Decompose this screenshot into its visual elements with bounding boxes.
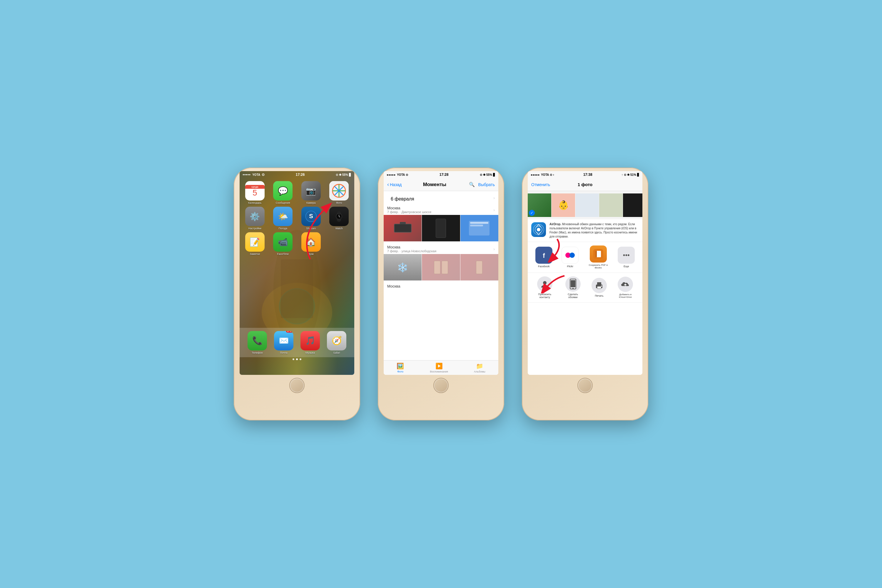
assign-contact-icon: [537, 276, 552, 292]
notes-label: Заметки: [250, 252, 260, 255]
location-header-2[interactable]: Москва 7 февр. · улица Новослободская ›: [384, 243, 498, 254]
app-messages[interactable]: 💬 Сообщения: [270, 181, 296, 204]
photo-strip-2: ❄️: [384, 254, 498, 282]
tab-albums-label: Альбомы: [474, 370, 485, 373]
app-settings[interactable]: ⚙️ Настройки: [242, 207, 268, 230]
app-grid: среда 5 Календарь 💬 Сообщения 📷 Камера: [240, 178, 354, 258]
dock-safari[interactable]: 🧭 Safari: [327, 331, 346, 354]
chevron-loc-2: ›: [494, 247, 495, 251]
action-icloud[interactable]: Добавить в iCloud Drive: [616, 277, 635, 298]
albums-tab-icon: 📁: [476, 363, 483, 369]
mail-dock-label: Почта: [280, 351, 288, 354]
share-photo-4[interactable]: [599, 194, 623, 217]
nav-bar-2: ‹ Назад Моменты 🔍 Выбрать: [384, 178, 498, 191]
airdrop-icon: [531, 222, 546, 237]
chevron-1: ›: [494, 195, 495, 200]
icloud-icon: [618, 277, 633, 292]
app-calendar[interactable]: среда 5 Календарь: [242, 181, 268, 204]
svg-point-37: [601, 285, 602, 286]
svg-text:S: S: [309, 213, 313, 219]
share-title: 1 фото: [578, 182, 593, 187]
photo-iphones-2[interactable]: [460, 254, 498, 280]
iphone-1: ●●●●● YOTA ⊙ 17:26 ⊙ ✱ 55% ▊ среда 5: [234, 168, 360, 420]
home-label: Дом: [308, 252, 314, 255]
app-facetime[interactable]: 📹 FaceTime: [270, 232, 296, 255]
tab-albums[interactable]: 📁 Альбомы: [474, 363, 485, 373]
app-camera[interactable]: 📷 Камера: [298, 181, 324, 204]
battery-1: 55%: [342, 173, 348, 176]
tab-memories[interactable]: ▶️ Воспоминания: [430, 363, 448, 373]
home-button-2[interactable]: [434, 378, 448, 393]
chevron-loc-1: ›: [494, 208, 495, 212]
ibooks-label: Сохранить PDF в iBooks: [588, 264, 609, 269]
app-watch[interactable]: Watch: [326, 207, 352, 230]
search-button-2[interactable]: 🔍: [468, 180, 476, 189]
app-home[interactable]: 🏠 Дом: [298, 232, 324, 255]
airdrop-description: AirDrop. Мгновенный обмен данными с теми…: [549, 222, 639, 239]
facetime-label: FaceTime: [277, 252, 289, 255]
svg-rect-32: [571, 280, 575, 287]
dock-mail[interactable]: ✉️ 25 340 Почта: [274, 331, 293, 354]
tab-photos[interactable]: 🖼️ Фото: [397, 363, 404, 373]
action-assign-contact[interactable]: Присвоить контакту: [535, 276, 554, 299]
actions-row: Присвоить контакту Сделать обоями: [528, 273, 642, 303]
select-button-2[interactable]: Выбрать: [478, 182, 495, 187]
home-button-1[interactable]: [289, 378, 304, 393]
photo-phone-black[interactable]: [422, 215, 460, 242]
safari-dock-label: Safari: [333, 351, 340, 354]
action-print[interactable]: Печать: [591, 278, 607, 297]
photo-vr[interactable]: [384, 215, 422, 242]
share-app-more[interactable]: ••• Еще: [618, 247, 635, 268]
date-header-1[interactable]: 6 февраля ›: [384, 191, 498, 205]
back-button-2[interactable]: ‹ Назад: [387, 182, 402, 188]
location-detail-1: 7 февр. · Дмитровское шоссе: [387, 210, 431, 214]
tab-bar-2: 🖼️ Фото ▶️ Воспоминания 📁 Альбомы: [384, 360, 498, 375]
svg-rect-35: [597, 282, 601, 285]
share-photo-1[interactable]: ✓: [528, 194, 551, 217]
nav-title-2: Моменты: [423, 182, 446, 188]
app-photos[interactable]: Фото: [326, 181, 352, 204]
moments-content: 6 февраля › Москва 7 февр. · Дмитровское…: [384, 191, 498, 360]
wallpaper-icon: [566, 276, 580, 292]
app-notes[interactable]: 📝 Заметки: [242, 232, 268, 255]
airdrop-row: AirDrop. Мгновенный обмен данными с теми…: [531, 222, 639, 239]
home-button-3[interactable]: [578, 378, 593, 393]
moment-date-1: 6 февраля: [387, 193, 418, 203]
photo-snow[interactable]: ❄️: [384, 254, 422, 280]
share-photo-2[interactable]: [552, 194, 575, 217]
app-shazam[interactable]: S Shazam: [298, 207, 324, 230]
iphone-2: ●●●●● YOTA ⊙ 17:28 ⊙ ✱ 55% ▊ ‹ Назад Мом…: [378, 168, 504, 420]
dock-phone[interactable]: 📞 Телефон: [248, 331, 267, 354]
photo-chat[interactable]: [460, 215, 498, 242]
watch-label: Watch: [336, 227, 343, 230]
dot-2: [296, 358, 298, 360]
share-app-flickr[interactable]: Flickr: [561, 247, 579, 268]
screen-1: ●●●●● YOTA ⊙ 17:26 ⊙ ✱ 55% ▊ среда 5: [240, 171, 354, 375]
action-make-wallpaper[interactable]: Сделать обоями: [563, 276, 582, 299]
screen-3: ●●●●● YOTA ⊙ › 17:38 ↑ ⊙ ✱ 51% ▊ Отменит…: [528, 171, 642, 375]
dock-music[interactable]: 🎵 Музыка: [300, 331, 320, 354]
facebook-label: Facebook: [538, 265, 550, 268]
dock: 📞 Телефон ✉️ 25 340 Почта 🎵 Музыка 🧭 Saf…: [240, 328, 354, 357]
location-city-2: Москва: [387, 245, 436, 249]
location-header-3[interactable]: Москва: [384, 282, 498, 290]
location-header-1[interactable]: Москва 7 февр. · Дмитровское шоссе ›: [384, 205, 498, 215]
tab-photos-label: Фото: [397, 370, 404, 373]
time-1: 17:26: [296, 172, 305, 177]
photos-label: Фото: [336, 201, 342, 204]
svg-rect-3: [281, 259, 313, 318]
svg-rect-36: [597, 286, 601, 289]
iphone-3: ●●●●● YOTA ⊙ › 17:38 ↑ ⊙ ✱ 51% ▊ Отменит…: [522, 168, 648, 420]
app-weather[interactable]: 🌤️ Погода: [270, 207, 296, 230]
time-3: 17:38: [583, 172, 592, 177]
settings-label: Настройки: [248, 227, 261, 230]
dock-dots: [292, 358, 302, 360]
share-app-facebook[interactable]: f Facebook: [536, 247, 552, 268]
share-photo-3[interactable]: [575, 194, 599, 217]
photo-iphones-1[interactable]: [422, 254, 460, 280]
flickr-icon: [561, 247, 579, 264]
share-app-ibooks[interactable]: Сохранить PDF в iBooks: [588, 246, 609, 269]
share-photo-5[interactable]: [623, 194, 642, 217]
cancel-button-3[interactable]: Отменить: [531, 182, 550, 187]
shazam-label: Shazam: [306, 227, 316, 230]
